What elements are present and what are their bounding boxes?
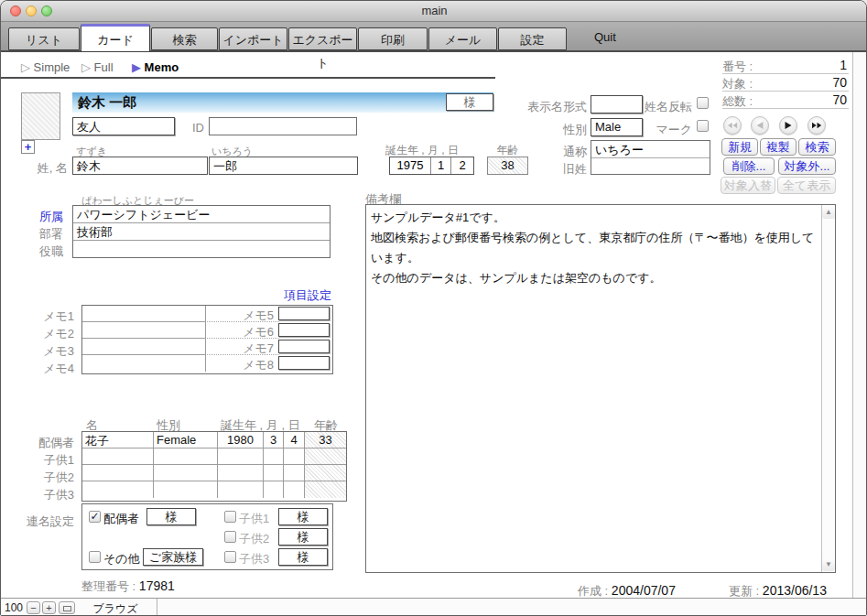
next-record-button[interactable] <box>779 116 797 135</box>
child3-gender-cell[interactable] <box>154 481 218 498</box>
memo3-field[interactable] <box>82 339 206 355</box>
tab-import[interactable]: インポート <box>219 27 287 50</box>
gender-field[interactable]: Male <box>591 118 643 136</box>
child1-month-cell[interactable] <box>264 448 284 465</box>
birth-year-field[interactable]: 1975 <box>390 157 431 174</box>
layout-mode-button[interactable] <box>59 601 75 614</box>
name-reverse-checkbox[interactable] <box>697 97 709 109</box>
memo8-field[interactable] <box>278 356 330 370</box>
memo7-field[interactable] <box>278 340 330 353</box>
title-field[interactable] <box>73 241 330 258</box>
scroll-down-icon[interactable]: ▼ <box>822 558 835 571</box>
tab-export[interactable]: エクスポート <box>288 27 357 50</box>
child1-year-cell[interactable] <box>218 448 264 465</box>
scroll-up-icon[interactable]: ▲ <box>822 206 835 219</box>
zoom-in-button[interactable]: + <box>42 601 56 614</box>
first-record-button[interactable] <box>723 116 742 135</box>
child1-day-cell[interactable] <box>284 448 305 465</box>
memo6-field[interactable] <box>278 323 330 337</box>
memo1-field[interactable] <box>82 306 206 322</box>
zoom-out-button[interactable]: − <box>27 601 40 614</box>
last-record-button[interactable] <box>807 116 826 135</box>
quit-button[interactable]: Quit <box>594 22 616 52</box>
photo-placeholder[interactable] <box>21 92 60 140</box>
given-name-field[interactable]: 一郎 <box>209 157 358 175</box>
spouse-gender-cell[interactable]: Female <box>154 432 218 448</box>
display-format-field[interactable] <box>591 95 643 113</box>
child3-day-cell[interactable] <box>284 481 305 498</box>
omit-record-button[interactable]: 対象外... <box>778 157 836 175</box>
memo4-label: メモ4 <box>28 361 74 377</box>
child1-name-cell[interactable] <box>82 448 154 465</box>
zoom-level-value[interactable]: 100 <box>5 601 23 614</box>
view-simple[interactable]: ▷ Simple <box>21 60 70 74</box>
honorific-button[interactable]: 様 <box>446 93 493 111</box>
spouse-joint-checkbox[interactable]: ✓ <box>89 511 101 523</box>
birth-month-field[interactable]: 1 <box>431 157 451 174</box>
other-joint-checkbox[interactable] <box>89 551 101 563</box>
delete-record-button[interactable]: 削除... <box>723 157 775 175</box>
previous-record-button[interactable] <box>751 116 769 135</box>
child1-honorific-button[interactable]: 様 <box>278 508 328 525</box>
view-full[interactable]: ▷ Full <box>81 60 114 74</box>
child1-gender-cell[interactable] <box>154 448 218 465</box>
child2-row-label: 子供2 <box>24 470 74 486</box>
memo8-label: メモ8 <box>207 355 279 372</box>
mark-checkbox[interactable] <box>697 120 709 132</box>
memo-row: メモ6 <box>82 322 332 339</box>
tab-print[interactable]: 印刷 <box>358 27 428 50</box>
remarks-textarea[interactable]: サンプルデータ#1です。 地図検索および郵便番号検索の例として、東京都庁の住所（… <box>365 204 836 573</box>
name-row-label: 姓, 名 <box>24 160 68 177</box>
child2-year-cell[interactable] <box>218 465 264 481</box>
memo2-field[interactable] <box>82 322 206 339</box>
memo4-field[interactable] <box>82 355 206 372</box>
dept-field[interactable]: 技術部 <box>73 223 330 241</box>
child2-day-cell[interactable] <box>284 465 305 481</box>
other-honorific-button[interactable]: ご家族様 <box>143 548 203 566</box>
child2-name-cell[interactable] <box>82 465 154 481</box>
child2-honorific-button[interactable]: 様 <box>278 528 328 546</box>
org-field[interactable]: パワーシフトジェービー <box>73 206 330 223</box>
triangle-right-filled-icon: ▶ <box>132 60 145 74</box>
spouse-month-cell[interactable]: 3 <box>264 432 284 448</box>
tab-mail[interactable]: メール <box>428 27 497 50</box>
spouse-year-cell[interactable]: 1980 <box>218 432 264 448</box>
child2-joint-checkbox[interactable] <box>224 531 236 543</box>
child3-honorific-button[interactable]: 様 <box>278 548 328 566</box>
mode-selector[interactable]: ブラウズ <box>74 601 157 616</box>
child3-month-cell[interactable] <box>264 481 284 498</box>
child1-joint-checkbox[interactable] <box>224 511 236 523</box>
show-all-button[interactable]: 全て表示 <box>777 177 836 194</box>
duplicate-record-button[interactable]: 複製 <box>760 138 797 156</box>
child3-year-cell[interactable] <box>218 481 264 498</box>
tab-search[interactable]: 検索 <box>151 27 218 50</box>
tab-settings[interactable]: 設定 <box>498 27 567 50</box>
id-field[interactable] <box>209 117 357 135</box>
spouse-honorific-button[interactable]: 様 <box>146 508 196 525</box>
category-field[interactable]: 友人 <box>72 117 175 135</box>
find-record-button[interactable]: 検索 <box>798 138 836 156</box>
child2-month-cell[interactable] <box>264 465 284 481</box>
window-vertical-scrollbar[interactable] <box>852 52 867 598</box>
new-record-button[interactable]: 新規 <box>721 138 758 156</box>
child3-joint-checkbox[interactable] <box>224 551 236 563</box>
org-link[interactable]: 所属 <box>27 209 63 225</box>
tab-list[interactable]: リスト <box>8 27 80 50</box>
memo5-field[interactable] <box>278 307 330 320</box>
birth-day-field[interactable]: 2 <box>451 157 473 174</box>
child2-gender-cell[interactable] <box>154 465 218 481</box>
memo-settings-link[interactable]: 項目設定 <box>258 287 331 304</box>
tab-card[interactable]: カード <box>81 24 150 52</box>
family-name-field[interactable]: 鈴木 <box>72 157 208 175</box>
view-full-label: Full <box>94 60 114 74</box>
view-memo[interactable]: ▶ Memo <box>132 60 179 74</box>
spouse-joint-label: 配偶者 <box>103 511 139 527</box>
child3-name-cell[interactable] <box>82 481 154 498</box>
nickname-field[interactable]: いちろー <box>591 141 710 158</box>
swap-found-set-button[interactable]: 対象入替 <box>721 177 775 194</box>
add-photo-button[interactable]: + <box>21 140 35 154</box>
spouse-day-cell[interactable]: 4 <box>284 432 305 448</box>
spouse-name-cell[interactable]: 花子 <box>82 432 154 448</box>
remarks-scrollbar[interactable]: ▲ ▼ <box>821 205 835 572</box>
maiden-name-field[interactable] <box>591 158 710 174</box>
